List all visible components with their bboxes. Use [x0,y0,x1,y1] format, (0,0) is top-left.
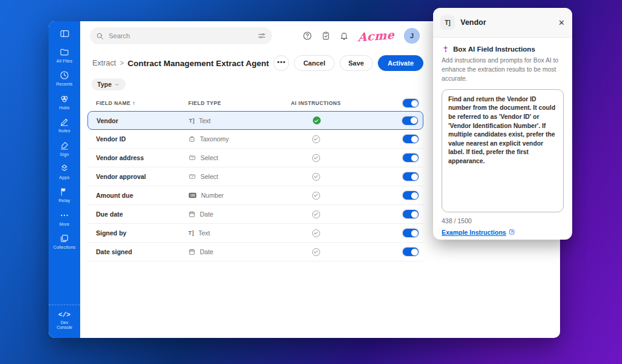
table-header: Field Name↑ Field Type AI Instructions [87,95,423,111]
field-detail-panel: T] Vendor ✕ Box AI Field Instructions Ad… [433,8,572,240]
box-ai-sparkle-icon [442,45,449,53]
sidebar-collapse-icon[interactable] [60,29,70,39]
close-icon[interactable]: ✕ [558,19,565,27]
field-enabled-toggle[interactable] [403,229,419,237]
sidebar-item-hubs[interactable]: Hubs [59,94,69,110]
table-row[interactable]: Due date Date [87,205,423,224]
sidebar-item-label: Relay [59,198,70,203]
select-type-icon [188,154,196,161]
date-type-icon [188,248,196,255]
search-input[interactable] [109,32,253,39]
avatar[interactable]: J [404,28,420,44]
sidebar-item-label: Sign [60,152,69,157]
sidebar-item-label: Apps [60,175,70,180]
save-button[interactable]: Save [340,55,374,71]
field-name: Amount due [96,192,188,199]
page-header: Extract > Contract Management Extract Ag… [80,50,428,76]
field-type-label: Select [200,173,218,180]
folder-icon [60,47,69,57]
sidebar-item-label: Collections [53,245,75,250]
sidebar-item-label: Hubs [59,106,69,110]
table-row[interactable]: Signed by T] Text [87,224,423,243]
tasks-icon[interactable] [321,31,330,41]
table-row[interactable]: Vendor T] Text [87,111,423,130]
svg-text:123: 123 [190,194,195,197]
all-fields-toggle[interactable] [403,99,419,107]
table-row[interactable]: Vendor approval Select [87,167,423,186]
brand-logo: Acme [358,28,395,44]
filter-row: Type [80,76,428,94]
field-name: Vendor ID [96,135,188,143]
text-type-icon: T] [189,118,195,124]
text-type-icon: T] [188,230,194,236]
sidebar-item-relay[interactable]: Relay [59,187,70,203]
table-row[interactable]: Vendor address Select [87,149,423,167]
field-enabled-toggle[interactable] [403,135,419,143]
field-enabled-toggle[interactable] [402,116,418,125]
panel-title: Vendor [460,18,486,27]
sidebar-item-dev-console[interactable]: </> Dev Console [49,305,80,339]
instructions-textarea[interactable]: Find and return the Vendor ID number fro… [442,89,564,212]
column-field-name[interactable]: Field Name↑ [96,100,188,106]
field-name: Vendor approval [96,173,188,180]
column-ai-instructions: AI Instructions [279,100,352,106]
field-name: Vendor address [96,154,188,161]
sidebar-item-sign[interactable]: Sign [60,141,69,157]
notes-icon [60,117,69,127]
example-instructions-link[interactable]: Example Instructions [442,229,564,236]
field-enabled-toggle[interactable] [403,210,419,218]
flag-icon [60,187,69,197]
char-counter: 438 / 1500 [442,217,564,224]
sidebar-item-notes[interactable]: Notes [58,117,70,133]
taxonomy-type-icon [188,135,196,143]
field-enabled-toggle[interactable] [403,153,419,162]
field-type-label: Taxonomy [200,135,229,143]
sidebar-item-apps[interactable]: Apps [60,164,70,180]
main-content: Acme J Extract > Contract Management Ext… [80,21,428,338]
sidebar-item-more[interactable]: More [60,211,70,227]
topbar: Acme J [80,21,428,50]
apps-icon [60,164,69,174]
sidebar-item-label: All Files [56,59,72,64]
field-type-label: Date [200,211,213,218]
sidebar-item-label: Dev Console [52,320,77,331]
field-enabled-toggle[interactable] [403,248,419,256]
sidebar-item-recents[interactable]: Recents [56,70,72,87]
table-row[interactable]: Date signed Date [87,243,423,261]
help-icon[interactable] [302,31,312,41]
select-type-icon [188,173,196,180]
sidebar-item-collections[interactable]: Collections [53,234,75,250]
ai-instruction-status-icon [312,192,320,200]
column-field-type: Field Type [188,100,279,106]
hubs-icon [60,94,69,104]
sidebar-item-label: More [60,222,70,227]
field-enabled-toggle[interactable] [403,172,419,181]
breadcrumb[interactable]: Extract [92,59,116,67]
filter-sliders-icon[interactable] [258,32,266,40]
page-title: Contract Management Extract Agent [128,59,269,68]
section-description: Add instructions and prompts for Box AI … [442,56,564,84]
ai-instruction-status-icon [312,211,320,218]
text-type-icon: T] [440,15,455,30]
fields-table: Field Name↑ Field Type AI Instructions V… [87,95,423,261]
search-bar[interactable] [90,27,272,44]
sidebar-item-all-files[interactable]: All Files [56,47,72,64]
field-enabled-toggle[interactable] [403,191,419,200]
ai-instruction-status-icon [312,173,320,181]
panel-header: T] Vendor ✕ [433,8,572,38]
sign-icon [60,141,69,150]
ai-instruction-status-icon [312,248,320,256]
clock-icon [60,70,69,80]
cancel-button[interactable]: Cancel [294,55,334,71]
sidebar-item-label: Recents [56,82,72,87]
table-row[interactable]: Vendor ID Taxonomy [87,130,423,149]
activate-button[interactable]: Activate [378,55,423,71]
field-name: Signed by [96,229,188,237]
table-row[interactable]: Amount due 123 Number [87,186,423,205]
type-filter-dropdown[interactable]: Type [91,78,126,90]
notifications-bell-icon[interactable] [340,31,349,41]
more-actions-button[interactable]: ••• [273,55,289,71]
field-type-label: Select [200,154,218,161]
field-name: Due date [96,211,188,218]
ai-instruction-status-icon [312,154,320,162]
